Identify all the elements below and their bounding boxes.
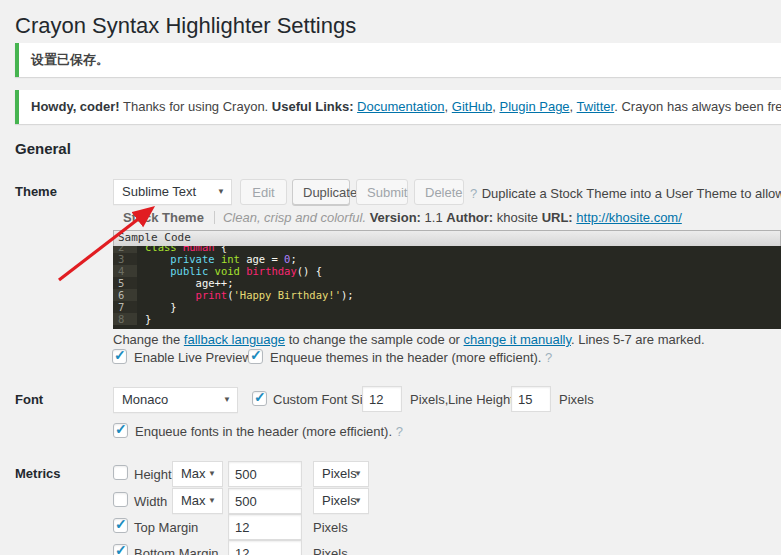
delete-button[interactable]: Delete xyxy=(414,179,464,205)
enqueue-themes-help-icon[interactable]: ? xyxy=(545,350,552,365)
custom-font-size-checkbox[interactable] xyxy=(252,391,267,406)
change-manually-link[interactable]: change it manually xyxy=(464,332,571,347)
code-line: 3 private int age = 0; xyxy=(113,253,781,265)
height-label: Height xyxy=(134,467,172,482)
height-unit-select[interactable]: Pixels ▼ xyxy=(313,461,369,487)
bottom-margin-unit-label: Pixels xyxy=(313,546,348,555)
plugin-page-link[interactable]: Plugin Page xyxy=(499,99,569,114)
useful-links-label: Useful Links: xyxy=(272,99,357,114)
bottom-margin-checkbox[interactable] xyxy=(113,544,128,555)
enable-live-preview-label: Enable Live Preview xyxy=(134,350,252,365)
bottom-margin-label: Bottom Margin xyxy=(134,546,219,555)
sample-code-titlebar: Sample Code xyxy=(113,230,781,246)
chevron-down-icon: ▼ xyxy=(223,388,231,412)
code-line: 8 } xyxy=(113,313,781,325)
divider xyxy=(214,211,215,224)
metrics-label: Metrics xyxy=(15,466,61,481)
width-unit-select[interactable]: Pixels ▼ xyxy=(313,488,369,514)
page-title: Crayon Syntax Highlighter Settings xyxy=(15,13,356,39)
pixels-comma-label: Pixels, xyxy=(410,392,448,407)
enqueue-themes-checkbox[interactable] xyxy=(248,349,263,364)
duplicate-button[interactable]: Duplicate xyxy=(292,179,350,205)
twitter-link[interactable]: Twitter xyxy=(577,99,615,114)
chevron-down-icon: ▼ xyxy=(354,462,362,486)
height-mode-select[interactable]: Max ▼ xyxy=(172,461,223,487)
top-margin-input[interactable] xyxy=(228,514,302,540)
fallback-language-line: Change the fallback language to change t… xyxy=(113,332,705,347)
code-line-marked: 6 print('Happy Birthday!'); xyxy=(113,289,781,301)
top-margin-checkbox[interactable] xyxy=(113,518,128,533)
theme-version: 1.1 xyxy=(425,210,443,225)
howdy-greeting: Howdy, coder! xyxy=(31,99,120,114)
settings-saved-text: 设置已保存。 xyxy=(31,52,109,67)
width-mode-select[interactable]: Max ▼ xyxy=(172,488,223,514)
font-select-value: Monaco xyxy=(122,392,168,407)
code-line-marked: 7 } xyxy=(113,301,781,313)
howdy-notice: Howdy, coder! Thanks for using Crayon. U… xyxy=(15,90,781,124)
fallback-language-link[interactable]: fallback language xyxy=(184,332,285,347)
enqueue-themes-label: Enqueue themes in the header (more effic… xyxy=(270,350,552,365)
theme-description: Clean, crisp and colorful. xyxy=(223,210,366,225)
crayon-settings-page: Crayon Syntax Highlighter Settings 设置已保存… xyxy=(0,0,781,555)
chevron-down-icon: ▼ xyxy=(208,462,216,486)
bottom-margin-input[interactable] xyxy=(228,540,302,555)
line-height-label: Line Height xyxy=(448,392,514,407)
code-line-marked: 5 age++; xyxy=(113,277,781,289)
line-height-input[interactable] xyxy=(511,386,551,412)
submit-button[interactable]: Submit xyxy=(356,179,408,205)
enqueue-fonts-label: Enqueue fonts in the header (more effici… xyxy=(135,424,403,439)
enable-live-preview-checkbox[interactable] xyxy=(112,349,127,364)
theme-url-link[interactable]: http://khosite.com/ xyxy=(576,210,682,225)
edit-button[interactable]: Edit xyxy=(240,179,287,205)
font-select[interactable]: Monaco ▼ xyxy=(113,387,238,413)
chevron-down-icon: ▼ xyxy=(208,489,216,513)
theme-select-value: Sublime Text xyxy=(122,184,196,199)
font-label: Font xyxy=(15,392,43,407)
width-label: Width xyxy=(134,494,167,509)
section-general: General xyxy=(15,140,71,157)
enqueue-fonts-checkbox[interactable] xyxy=(113,423,128,438)
sample-code-title: Sample Code xyxy=(118,231,191,244)
height-value-input[interactable] xyxy=(228,461,302,487)
enqueue-fonts-help-icon[interactable]: ? xyxy=(396,424,403,439)
settings-saved-notice: 设置已保存。 xyxy=(15,43,781,77)
chevron-down-icon: ▼ xyxy=(354,489,362,513)
theme-help-icon[interactable]: ? xyxy=(470,186,477,201)
documentation-link[interactable]: Documentation xyxy=(357,99,444,114)
font-size-input[interactable] xyxy=(362,386,402,412)
custom-font-size-label: Custom Font Size xyxy=(273,392,376,407)
theme-author: khosite xyxy=(497,210,538,225)
code-line: 2 class Human { xyxy=(113,246,781,253)
github-link[interactable]: GitHub xyxy=(452,99,492,114)
pixels-label: Pixels xyxy=(559,392,594,407)
top-margin-label: Top Margin xyxy=(134,520,198,535)
stock-theme-label: Stock Theme xyxy=(123,210,204,225)
stock-theme-info: Stock ThemeClean, crisp and colorful. Ve… xyxy=(123,210,682,225)
top-margin-unit-label: Pixels xyxy=(313,520,348,535)
theme-label: Theme xyxy=(15,184,57,199)
height-checkbox[interactable] xyxy=(113,465,128,480)
width-checkbox[interactable] xyxy=(113,492,128,507)
theme-help-text: Duplicate a Stock Theme into a User Them… xyxy=(482,186,781,201)
sample-code-preview: 2 class Human { 3 private int age = 0; 4… xyxy=(113,246,781,329)
code-line: 4 public void birthday() { xyxy=(113,265,781,277)
chevron-down-icon: ▼ xyxy=(217,180,225,204)
theme-select[interactable]: Sublime Text ▼ xyxy=(113,179,232,205)
width-value-input[interactable] xyxy=(228,488,302,514)
